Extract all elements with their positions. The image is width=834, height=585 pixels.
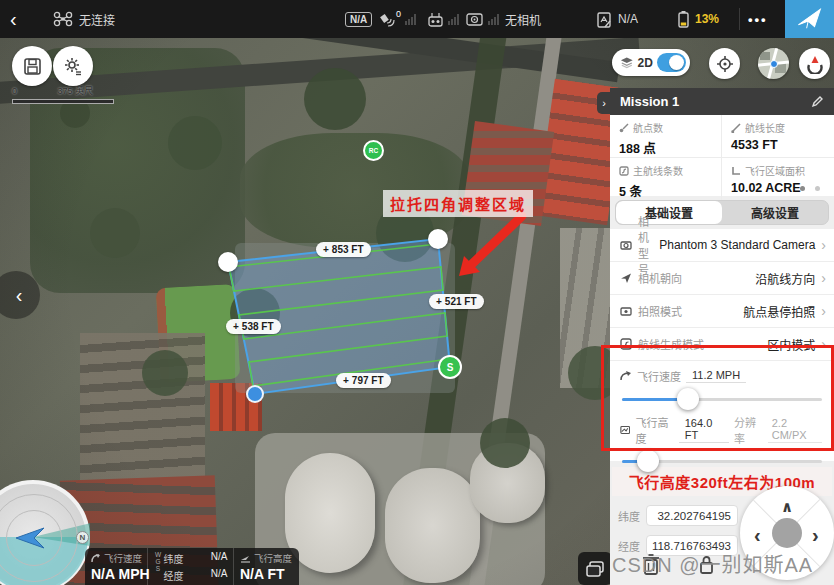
chevron-right-icon: › [821,303,826,319]
speed-slider-header: 飞行速度 11.2 MPH [620,368,824,384]
plus-icon: + [436,296,442,307]
topbar-separator [739,0,740,38]
camera-status: 无相机 [505,0,541,38]
airplane-icon [797,8,823,30]
signal-bars [488,0,499,38]
route-mode-icon [620,338,632,350]
mission-stats: 航点数 188 点 航线长度 4533 FT 主航线条数 5 条 飞行区域面积 … [610,115,834,196]
polygon-start-handle[interactable]: S [438,355,462,379]
telemetry-statusbar: 飞行速度 N/A MPH WGS 纬度N/A 经度N/A 飞行高度 N/A FT [85,548,299,585]
plus-icon: + [343,375,349,386]
takeoff-button[interactable] [785,0,834,38]
checklist-status[interactable]: N/A [596,0,638,38]
resolution-value: 2.2 CM/PX [768,417,822,443]
edge-distance-label: +538 FT [226,319,281,334]
satellite-count: 0 [396,9,401,19]
checklist-icon [596,11,613,28]
more-menu-button[interactable]: ••• [748,0,768,38]
chevron-right-icon: › [821,237,826,253]
top-status-bar: ‹ 无连接 N/A 0 无相机 N/A 13% ••• [0,0,834,38]
signal-bars [405,0,416,38]
polygon-handle-bottom-left[interactable] [246,385,264,403]
waypoint-icon [619,123,629,133]
speed-slider[interactable] [622,398,822,401]
battery-status[interactable]: 13% [676,0,719,38]
save-mission-button[interactable] [12,46,52,86]
map-layers-icon [586,561,604,577]
polygon-handle-top-right[interactable] [428,229,448,249]
scale-zero: 0 [12,86,17,96]
row-route-mode[interactable]: 航线生成模式 区内模式 › [610,328,834,361]
flight-altitude-icon [620,424,630,436]
panel-collapse-handle[interactable]: › [597,92,611,114]
compass-icon [805,54,825,74]
dpad-up-button[interactable]: ∧ [781,498,793,516]
scale-distance: 375 英尺 [58,86,94,96]
altitude-slider-thumb[interactable] [637,450,659,472]
photo-mode-icon [620,305,632,317]
edge-distance-label: +797 FT [336,373,391,388]
polygon-handle-top-left[interactable] [218,252,238,272]
page-dot[interactable] [815,186,820,191]
rc-location-marker: RC [363,140,384,161]
save-icon [23,57,42,76]
row-photo-mode[interactable]: 拍照模式 航点悬停拍照 › [610,295,834,328]
minimap-thumbnail [758,48,789,79]
gps-mode-badge: N/A [345,0,372,38]
route-lines-icon [619,166,629,176]
satellite-status: 0 [378,0,401,38]
latitude-input[interactable]: 32.202764195 [646,505,738,526]
edge-distance-label: +853 FT [316,242,371,257]
tab-advanced-settings[interactable]: 高级设置 [722,201,828,224]
altitude-value[interactable]: 164.0 FT [679,417,729,443]
row-camera-model[interactable]: 相机型号 Phantom 3 Standard Camera › [610,229,834,262]
locate-icon [716,55,734,73]
heading-icon [620,272,632,284]
minimap-button[interactable] [758,48,789,79]
mission-header: Mission 1 [610,88,834,115]
chevron-right-icon: › [821,270,826,286]
layers-icon [620,56,634,69]
stat-route-length: 航线长度 4533 FT [722,115,834,158]
compass-reset-button[interactable] [799,48,830,79]
chevron-right-icon: › [821,336,826,352]
mission-settings-button[interactable] [53,46,93,86]
compass-north-badge: N [76,531,89,544]
camera-icon [466,12,483,26]
gear-icon [63,56,83,76]
telemetry-speed: 飞行速度 N/A MPH [85,548,147,585]
page-dot-active[interactable] [800,186,805,191]
back-button[interactable]: ‹ [10,0,17,38]
map-type-button[interactable] [578,552,612,585]
locate-me-button[interactable] [709,48,740,79]
stat-area: 飞行区域面积 10.02 ACRE [722,158,834,200]
toggle-knob [669,55,684,70]
edit-pencil-icon[interactable] [811,95,824,108]
remote-controller-icon [427,12,444,27]
plus-icon: + [233,321,239,332]
dpad-left-button[interactable]: ‹ [754,524,761,547]
map-mode-label: 2D [638,56,653,70]
battery-icon [676,10,691,28]
mode-toggle[interactable] [657,53,686,72]
tutorial-annotation-text: 拉托四角调整区域 [383,190,533,217]
stats-page-dots[interactable] [800,186,820,191]
drone-icon [53,11,73,27]
speed-icon [91,553,101,563]
dpad-right-button[interactable]: › [812,524,819,547]
telemetry-coords: WGS 纬度N/A 经度N/A [147,548,233,585]
speed-value[interactable]: 11.2 MPH [686,369,746,383]
altitude-slider[interactable] [622,460,822,463]
remote-controller-status [427,0,444,38]
speed-slider-thumb[interactable] [677,388,699,410]
dpad-center-button[interactable] [772,518,802,548]
stat-waypoints: 航点数 188 点 [610,115,722,158]
tab-basic-settings[interactable]: 基础设置 [616,201,722,224]
satellite-icon [378,11,395,27]
flight-speed-icon [620,370,632,382]
telemetry-altitude: 飞行高度 N/A FT [233,548,299,585]
scale-bar [12,99,114,104]
map-mode-pill[interactable]: 2D [612,49,690,76]
mission-title: Mission 1 [620,94,811,109]
altitude-slider-header: 飞行高度 164.0 FT 分辨率 2.2 CM/PX [620,414,824,446]
